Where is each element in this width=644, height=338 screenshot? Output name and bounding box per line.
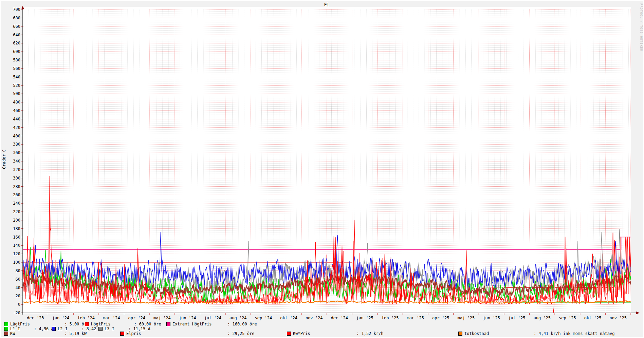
y-axis-title: Grader C — [2, 135, 6, 183]
x-tick-label: okt '25 — [584, 316, 602, 320]
legend-label-kw: KW — [10, 331, 15, 336]
y-tick-label: 480 — [13, 100, 20, 105]
y-tick-label: 240 — [13, 201, 20, 206]
y-tick-label: 640 — [13, 33, 20, 37]
y-tick-label: 220 — [13, 209, 20, 214]
rrdtool-watermark: RRDTOOL / TOBI OETIKER — [640, 3, 643, 51]
legend-swatch-l3-i — [98, 327, 103, 331]
legend-swatch-lagtpris — [4, 322, 8, 326]
legend-swatch-elpris — [120, 332, 124, 336]
x-tick-label: dec '24 — [331, 316, 348, 320]
x-axis-arrow — [636, 312, 640, 314]
y-tick-label: 520 — [13, 83, 20, 88]
x-tick-label: apr '24 — [128, 316, 146, 320]
x-tick-label: sep '25 — [559, 316, 576, 320]
y-tick-label: 380 — [13, 142, 20, 147]
x-tick-label: mar '24 — [103, 316, 120, 320]
y-tick-label: 560 — [13, 66, 20, 71]
legend-value-totkostnad: : 4,41 kr/h ink moms skatt nätavg — [534, 331, 614, 336]
y-tick-label: 160 — [13, 235, 20, 240]
x-tick-label: jul '25 — [508, 316, 526, 320]
y-tick-label: 40 — [16, 285, 20, 290]
y-tick-label: 120 — [13, 251, 20, 256]
legend-value-hogtpris: : 60,00 öre — [134, 322, 161, 326]
legend-label-l3-i: L3 I — [105, 326, 114, 331]
y-tick-label: 540 — [13, 75, 20, 79]
x-tick-label: feb '24 — [77, 316, 95, 320]
y-tick-label: 700 — [13, 7, 20, 12]
x-tick-label: dec '23 — [27, 316, 44, 320]
y-tick-label: 260 — [13, 192, 20, 197]
legend-value-l1-i: : 4,96 A — [34, 326, 54, 331]
y-tick-label: 420 — [13, 125, 20, 130]
x-tick-label: jan '24 — [52, 316, 70, 320]
legend-row-1: LågtPris: 5,00 öreHögtPris: 60,00 öreExt… — [0, 322, 642, 326]
y-tick-label: 100 — [13, 260, 20, 265]
x-tick-label: mar '25 — [407, 316, 424, 320]
y-tick-label: 620 — [13, 41, 20, 45]
x-axis-ticks — [48, 313, 631, 315]
legend-value-kw-pris: : 1,52 kr/h — [356, 331, 383, 336]
y-tick-label: 20 — [16, 294, 20, 298]
y-tick-label: 680 — [13, 16, 20, 20]
x-tick-label: apr '25 — [432, 316, 449, 320]
x-tick-label: aug '24 — [229, 316, 247, 320]
y-tick-label: 440 — [13, 117, 20, 121]
chart-plot-area: 7006806606406206005805605405205004804604… — [0, 0, 644, 338]
y-tick-label: 340 — [13, 159, 20, 164]
legend-label-l2-i: L2 I — [58, 326, 68, 331]
x-tick-label: jul '24 — [204, 316, 221, 320]
x-tick-label: okt '24 — [280, 316, 297, 320]
y-tick-label: 280 — [13, 184, 20, 189]
legend-value-kw: : 5,19 kW — [65, 331, 87, 336]
legend-value-elpris: : 29,25 öre — [227, 331, 254, 336]
legend-swatch-kw — [4, 332, 8, 336]
x-tick-label: jun '25 — [483, 316, 500, 320]
x-tick-label: maj '24 — [153, 316, 171, 320]
legend-label-hogtpris: HögtPris — [91, 322, 111, 326]
x-tick-label: aug '25 — [534, 316, 551, 320]
y-tick-label: 200 — [13, 218, 20, 223]
y-tick-label: 580 — [13, 58, 20, 62]
legend-swatch-totkostnad — [458, 332, 462, 336]
legend-label-l1-i: L1 I — [10, 326, 20, 331]
legend-swatch-extremt-hogtpris — [166, 322, 170, 326]
y-tick-label: 80 — [16, 268, 20, 273]
legend-row-2: L1 I: 4,96 AL2 I: 8,42 AL3 I: 11,15 A — [0, 326, 642, 331]
legend-label-lagtpris: LågtPris — [10, 322, 30, 326]
legend-swatch-l1-i — [4, 327, 8, 331]
y-tick-label: -20 — [13, 311, 20, 315]
y-tick-label: 400 — [13, 134, 20, 138]
x-tick-label: jun '24 — [179, 316, 196, 320]
y-tick-label: 300 — [13, 176, 20, 181]
y-tick-label: 500 — [13, 91, 20, 96]
legend-swatch-kw-pris — [287, 332, 291, 336]
y-tick-label: 600 — [13, 49, 20, 54]
y-tick-label: 360 — [13, 150, 20, 155]
legend-swatch-l2-i — [52, 327, 56, 331]
y-tick-label: 320 — [13, 167, 20, 172]
legend-row-3: KW: 5,19 kWElpris: 29,25 öreKw*Pris: 1,5… — [0, 331, 642, 336]
x-tick-label: sep '24 — [255, 316, 272, 320]
legend-label-kw-pris: Kw*Pris — [293, 331, 310, 336]
legend-label-extremt-hogtpris: Extremt HögtPris — [172, 322, 212, 326]
legend-label-elpris: Elpris — [126, 331, 141, 336]
y-tick-label: 60 — [16, 277, 20, 282]
x-tick-label: nov '25 — [609, 316, 627, 320]
x-tick-label: jan '25 — [356, 316, 373, 320]
chart-title: El — [23, 2, 631, 7]
y-tick-label: 660 — [13, 24, 20, 29]
legend-label-totkostnad: totkostnad — [464, 331, 489, 336]
x-tick-label: nov '24 — [306, 316, 323, 320]
rrdtool-graph: 7006806606406206005805605405205004804604… — [0, 0, 644, 338]
legend-value-l3-i: : 11,15 A — [128, 326, 150, 331]
x-tick-label: maj '25 — [458, 316, 475, 320]
legend-swatch-hogtpris — [85, 322, 89, 326]
y-tick-label: 460 — [13, 108, 20, 113]
y-tick-label: 0 — [18, 302, 20, 307]
y-tick-label: 180 — [13, 226, 20, 231]
x-tick-label: feb '25 — [382, 316, 399, 320]
legend-value-extremt-hogtpris: : 160,00 öre — [227, 322, 257, 326]
y-tick-label: 140 — [13, 243, 20, 248]
